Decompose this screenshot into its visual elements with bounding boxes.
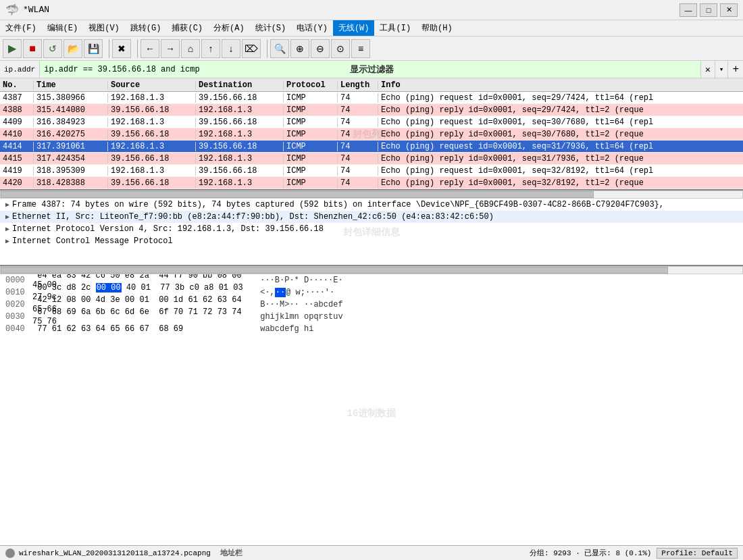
cell-dst: 39.156.66.18 <box>196 93 284 103</box>
toolbar-search[interactable]: 🔍 <box>270 39 289 58</box>
menu-wireless[interactable]: 无线(W) <box>333 20 375 36</box>
toolbar-start[interactable]: ▶ <box>3 39 22 58</box>
hex-row-0030: 0030 67 68 69 6a 6b 6c 6d 6e 6f 70 71 72… <box>0 311 743 323</box>
status-filename: wireshark_WLAN_20200313120118_a13724.pca… <box>19 549 211 557</box>
col-header-proto[interactable]: Protocol <box>284 80 338 90</box>
cell-no: 4420 <box>0 178 34 188</box>
window-title: *WLAN <box>23 5 49 15</box>
detail-row-ethernet[interactable]: ▶ Ethernet II, Src: LiteonTe_f7:90:bb (e… <box>0 211 743 223</box>
toolbar-columns[interactable]: ≡ <box>351 39 370 58</box>
maximize-button[interactable]: □ <box>700 3 717 17</box>
table-row[interactable]: 4387 315.380966 192.168.1.3 39.156.66.18… <box>0 92 743 104</box>
cell-proto: ICMP <box>284 118 338 127</box>
col-header-info[interactable]: Info <box>378 80 743 90</box>
table-row[interactable]: 4419 318.395309 192.168.1.3 39.156.66.18… <box>0 165 743 177</box>
cell-dst: 39.156.66.18 <box>196 142 284 151</box>
packet-list-hscroll[interactable] <box>0 190 743 199</box>
menu-view[interactable]: 视图(V) <box>83 20 125 36</box>
cell-no: 4387 <box>0 93 34 103</box>
table-row[interactable]: 4420 318.428388 39.156.66.18 192.168.1.3… <box>0 177 743 189</box>
menu-go[interactable]: 跳转(G) <box>125 20 167 36</box>
menu-stats[interactable]: 统计(S) <box>250 20 292 36</box>
cell-proto: ICMP <box>284 178 338 188</box>
cell-info: Echo (ping) reply id=0x0001, seq=31/7936… <box>378 154 743 163</box>
toolbar-home[interactable]: ⌂ <box>181 39 200 58</box>
hex-ascii-4: wabcdefg hi <box>255 324 313 334</box>
cell-time: 316.384923 <box>34 118 108 127</box>
toolbar-open[interactable]: 📂 <box>63 39 82 58</box>
expand-icon-ip: ▶ <box>5 225 9 233</box>
toolbar-end[interactable]: ⌦ <box>242 39 261 58</box>
filter-label-prefix: ip.addr <box>0 61 40 78</box>
menu-help[interactable]: 帮助(H) <box>416 20 458 36</box>
cell-proto: ICMP <box>284 142 338 151</box>
cell-dst: 192.168.1.3 <box>196 130 284 139</box>
cell-proto: ICMP <box>284 93 338 103</box>
hex-bytes-4: 77 61 62 63 64 65 66 67 68 69 <box>32 324 255 334</box>
cell-info: Echo (ping) reply id=0x0001, seq=32/8192… <box>378 178 743 188</box>
col-header-len[interactable]: Length <box>338 80 378 90</box>
menu-analyze[interactable]: 分析(A) <box>208 20 250 36</box>
col-header-time[interactable]: Time <box>34 80 108 90</box>
toolbar: ▶ ■ ↺ 📂 💾 ✖ ← → ⌂ ↑ ↓ ⌦ 🔍 ⊕ ⊖ ⊙ ≡ <box>0 36 743 61</box>
cell-info: Echo (ping) reply id=0x0001, seq=29/7424… <box>378 105 743 115</box>
close-button[interactable]: ✕ <box>720 3 738 17</box>
cell-info: Echo (ping) reply id=0x0001, seq=30/7680… <box>378 130 743 139</box>
cell-src: 39.156.66.18 <box>108 105 196 115</box>
cell-no: 4419 <box>0 166 34 176</box>
menu-capture[interactable]: 捕获(C) <box>166 20 208 36</box>
packet-rows-container: 4387 315.380966 192.168.1.3 39.156.66.18… <box>0 92 743 189</box>
cell-src: 192.168.1.3 <box>108 93 196 103</box>
detail-text-ip: Internet Protocol Version 4, Src: 192.16… <box>12 224 324 234</box>
table-row[interactable]: 4410 316.420275 39.156.66.18 192.168.1.3… <box>0 128 743 141</box>
col-header-no[interactable]: No. <box>0 80 34 90</box>
packet-detail-hscroll[interactable] <box>0 266 743 274</box>
hex-highlight-ascii[interactable]: ·· <box>275 288 286 297</box>
toolbar-zoom-fit[interactable]: ⊙ <box>331 39 350 58</box>
title-bar: 🦈 *WLAN — □ ✕ <box>0 0 743 20</box>
col-header-src[interactable]: Source <box>108 80 196 90</box>
table-row[interactable]: 4388 315.414080 39.156.66.18 192.168.1.3… <box>0 104 743 116</box>
cell-src: 39.156.66.18 <box>108 130 196 139</box>
toolbar-restart[interactable]: ↺ <box>43 39 62 58</box>
cell-proto: ICMP <box>284 166 338 176</box>
toolbar-back[interactable]: ← <box>140 39 159 58</box>
hex-highlight-bytes[interactable]: 00 00 <box>96 283 122 292</box>
toolbar-down[interactable]: ↓ <box>222 39 240 58</box>
packet-list-hscroll-thumb[interactable] <box>1 191 594 198</box>
expand-icon-ethernet: ▶ <box>5 213 9 221</box>
toolbar-up[interactable]: ↑ <box>201 39 220 58</box>
hex-offset-0: 0000 <box>5 276 32 285</box>
status-bar: wireshark_WLAN_20200313120118_a13724.pca… <box>0 545 743 560</box>
table-row[interactable]: 4414 317.391061 192.168.1.3 39.156.66.18… <box>0 141 743 153</box>
packet-detail-hscroll-thumb[interactable] <box>1 267 668 274</box>
menu-phone[interactable]: 电话(Y) <box>291 20 333 36</box>
toolbar-save[interactable]: 💾 <box>84 39 103 58</box>
detail-row-ip[interactable]: ▶ Internet Protocol Version 4, Src: 192.… <box>0 223 743 235</box>
menu-edit[interactable]: 编辑(E) <box>42 20 84 36</box>
filter-add-button[interactable]: + <box>727 61 743 78</box>
toolbar-zoom-in[interactable]: ⊕ <box>290 39 309 58</box>
toolbar-fwd[interactable]: → <box>161 39 180 58</box>
filter-input[interactable] <box>40 61 700 78</box>
menu-tools[interactable]: 工具(I) <box>374 20 416 36</box>
filter-arrow-button[interactable]: ▾ <box>715 61 728 78</box>
cell-dst: 192.168.1.3 <box>196 105 284 115</box>
table-row[interactable]: 4415 317.424354 39.156.66.18 192.168.1.3… <box>0 153 743 165</box>
col-header-dst[interactable]: Destination <box>196 80 284 90</box>
detail-row-icmp[interactable]: ▶ Internet Control Message Protocol <box>0 235 743 247</box>
toolbar-stop[interactable]: ■ <box>23 39 42 58</box>
detail-row-frame[interactable]: ▶ Frame 4387: 74 bytes on wire (592 bits… <box>0 199 743 211</box>
table-row[interactable]: 4409 316.384923 192.168.1.3 39.156.66.18… <box>0 116 743 128</box>
filter-clear-button[interactable]: ✕ <box>700 61 715 78</box>
cell-len: 74 <box>338 142 378 151</box>
hex-bytes-3: 67 68 69 6a 6b 6c 6d 6e 6f 70 71 72 73 7… <box>32 307 255 326</box>
cell-info: Echo (ping) request id=0x0001, seq=31/79… <box>378 142 743 151</box>
minimize-button[interactable]: — <box>680 3 697 17</box>
toolbar-zoom-out[interactable]: ⊖ <box>311 39 330 58</box>
cell-proto: ICMP <box>284 154 338 163</box>
toolbar-close[interactable]: ✖ <box>112 39 131 58</box>
cell-time: 316.420275 <box>34 130 108 139</box>
status-stats: 分组: 9293 · 已显示: 8 (0.1%) <box>530 548 651 558</box>
menu-file[interactable]: 文件(F) <box>0 20 42 36</box>
